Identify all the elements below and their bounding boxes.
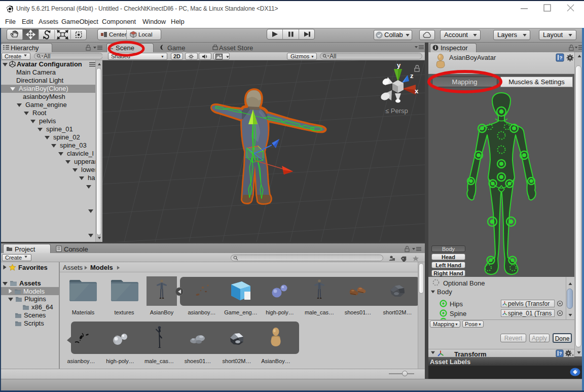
svg-text:short02M…: short02M… bbox=[223, 358, 251, 364]
svg-text:textures: textures bbox=[114, 309, 134, 315]
svg-text:shoes01…: shoes01… bbox=[345, 309, 372, 315]
svg-text:shoes01…: shoes01… bbox=[185, 358, 211, 364]
svg-text:z: z bbox=[410, 72, 414, 80]
svg-text:?: ? bbox=[559, 351, 562, 356]
svg-text:y: y bbox=[397, 61, 401, 69]
svg-text:asianboy…: asianboy… bbox=[67, 358, 95, 364]
svg-text:asianboy…: asianboy… bbox=[188, 309, 215, 315]
svg-text:AsianBoy: AsianBoy bbox=[150, 309, 174, 315]
svg-text:male_cas…: male_cas… bbox=[144, 358, 174, 364]
svg-text:male_cas…: male_cas… bbox=[305, 309, 334, 315]
svg-text:AsianBoy…: AsianBoy… bbox=[261, 358, 290, 364]
svg-text:x: x bbox=[415, 87, 419, 95]
svg-text:?: ? bbox=[560, 55, 563, 60]
svg-text:Materials: Materials bbox=[72, 309, 95, 315]
svg-text:Game_eng…: Game_eng… bbox=[224, 309, 257, 315]
svg-text:high-poly…: high-poly… bbox=[266, 309, 294, 315]
svg-text:short02M…: short02M… bbox=[383, 309, 412, 315]
svg-text:high-poly…: high-poly… bbox=[106, 358, 134, 364]
